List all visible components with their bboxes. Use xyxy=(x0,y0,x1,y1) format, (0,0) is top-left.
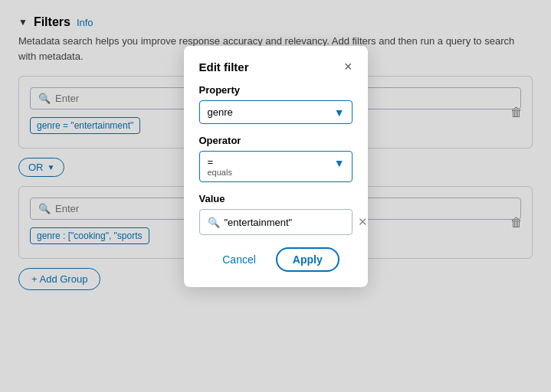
modal-overlay: Edit filter × Property genreauthorcatego… xyxy=(0,0,551,392)
modal-footer: Cancel Apply xyxy=(199,247,353,272)
property-select[interactable]: genreauthorcategory xyxy=(199,100,353,124)
modal-header: Edit filter × xyxy=(199,60,353,74)
modal-close-button[interactable]: × xyxy=(344,60,353,74)
value-label: Value xyxy=(199,193,353,204)
operator-label: Operator xyxy=(199,135,353,146)
apply-button[interactable]: Apply xyxy=(276,247,339,272)
property-select-wrapper: genreauthorcategory ▼ xyxy=(199,100,353,124)
value-search-icon: 🔍 xyxy=(208,217,220,228)
value-clear-icon[interactable]: ✕ xyxy=(358,215,368,229)
edit-filter-modal: Edit filter × Property genreauthorcatego… xyxy=(184,46,368,287)
operator-select-wrapper: = equals ▼ xyxy=(199,151,353,182)
value-input[interactable] xyxy=(225,217,353,228)
operator-main-value: = xyxy=(208,156,329,168)
modal-title: Edit filter xyxy=(199,60,249,74)
property-label: Property xyxy=(199,84,353,96)
operator-sub-value: equals xyxy=(208,168,329,177)
value-search-row: 🔍 ✕ xyxy=(199,209,353,235)
cancel-button[interactable]: Cancel xyxy=(212,247,267,272)
operator-box[interactable]: = equals xyxy=(199,151,353,182)
